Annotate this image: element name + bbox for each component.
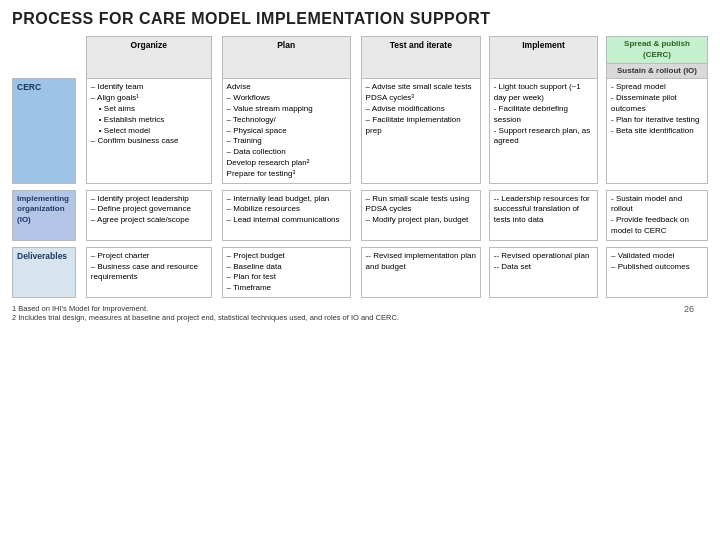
cerc-plan-cell: Advise – Workflows – Value stream mappin… — [222, 79, 350, 183]
col-implement-header: Implement — [489, 37, 598, 79]
deliverables-organize-cell: – Project charter – Business case and re… — [86, 247, 211, 297]
cerc-establish-metrics: • Establish metrics — [91, 115, 207, 126]
cerc-label: CERC — [13, 79, 76, 183]
io-plan-cell: – Internally lead budget, plan – Mobiliz… — [222, 190, 350, 240]
deliverables-test-cell: -- Revised implementation plan and budge… — [361, 247, 480, 297]
cerc-align-goals: – Align goals¹ — [91, 93, 207, 104]
cerc-test-cell: – Advise site small scale tests PDSA cyc… — [361, 79, 480, 183]
cerc-identify-team: – Identify team — [91, 82, 207, 93]
header-row: Organize Plan Test and iterate Implement… — [13, 37, 708, 79]
col-organize-header: Organize — [86, 37, 211, 79]
footnote-2: 2 Includes trial design, measures at bas… — [12, 313, 708, 322]
cerc-spread-cell: - Spread model - Disseminate pilot outco… — [607, 79, 708, 183]
col-test-header: Test and iterate — [361, 37, 480, 79]
col-sustain-header: Sustain & rollout (IO) — [607, 64, 707, 79]
cerc-implement-cell: - Light touch support (~1 day per week) … — [489, 79, 598, 183]
io-organize-cell: – Identify project leadership – Define p… — [86, 190, 211, 240]
page-title: PROCESS FOR CARE MODEL IMPLEMENTATION SU… — [12, 10, 708, 28]
cerc-select-model: • Select model — [91, 126, 207, 137]
deliverables-implement-cell: -- Revised operational plan -- Data set — [489, 247, 598, 297]
page-number: 26 — [684, 304, 694, 314]
io-implement-cell: -- Leadership resources for successful t… — [489, 190, 598, 240]
io-spread-cell: - Sustain model and rollout - Provide fe… — [607, 190, 708, 240]
io-label: Implementing organization (IO) — [13, 190, 76, 240]
cerc-confirm-biz: – Confirm business case — [91, 136, 207, 147]
io-test-cell: – Run small scale tests using PDSA cycle… — [361, 190, 480, 240]
col-plan-header: Plan — [222, 37, 350, 79]
io-row: Implementing organization (IO) – Identif… — [13, 190, 708, 240]
deliverables-label: Deliverables — [13, 247, 76, 297]
deliverables-spread-cell: – Validated model – Published outcomes — [607, 247, 708, 297]
cerc-set-aims: • Set aims — [91, 104, 207, 115]
cerc-row: CERC – Identify team – Align goals¹ • Se… — [13, 79, 708, 183]
footnote-1: 1 Based on IHI's Model for Improvement. — [12, 304, 708, 313]
deliverables-plan-cell: – Project budget – Baseline data – Plan … — [222, 247, 350, 297]
cerc-organize-cell: – Identify team – Align goals¹ • Set aim… — [86, 79, 211, 183]
deliverables-row: Deliverables – Project charter – Busines… — [13, 247, 708, 297]
col-spread-header: Spread & publish (CERC) — [607, 37, 707, 64]
footnotes: 1 Based on IHI's Model for Improvement. … — [12, 304, 708, 322]
